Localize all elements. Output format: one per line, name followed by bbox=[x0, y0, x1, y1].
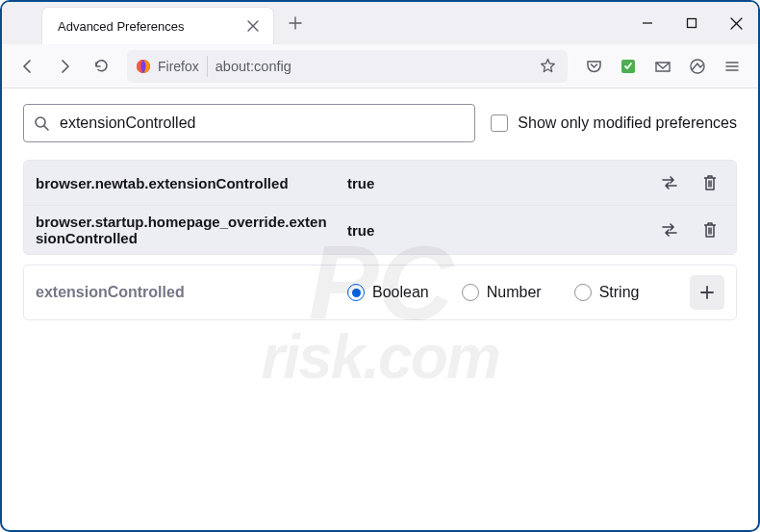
maximize-button[interactable] bbox=[670, 2, 714, 44]
nav-toolbar: Firefox about:config bbox=[2, 44, 758, 89]
toggle-icon[interactable] bbox=[655, 215, 684, 244]
radio-boolean[interactable]: Boolean bbox=[347, 284, 429, 301]
identity-box[interactable]: Firefox bbox=[135, 56, 208, 77]
radio-dot[interactable] bbox=[347, 284, 365, 301]
close-window-button[interactable] bbox=[714, 2, 758, 44]
firefox-logo-icon bbox=[135, 58, 152, 75]
search-row: Show only modified preferences bbox=[23, 104, 737, 142]
back-button[interactable] bbox=[12, 50, 44, 83]
radio-label: Number bbox=[487, 284, 542, 301]
radio-label: String bbox=[599, 284, 640, 301]
browser-tab[interactable]: Advanced Preferences bbox=[42, 8, 273, 44]
pref-value: true bbox=[347, 175, 642, 191]
browser-window: Advanced Preferences bbox=[0, 0, 760, 532]
add-pref-name: extensionControlled bbox=[36, 284, 334, 301]
add-pref-row: extensionControlled Boolean Number Strin… bbox=[23, 265, 737, 320]
radio-number[interactable]: Number bbox=[462, 284, 542, 301]
tab-title: Advanced Preferences bbox=[58, 19, 244, 34]
svg-rect-0 bbox=[688, 19, 697, 28]
prefs-table: browser.newtab.extensionControlled true … bbox=[23, 160, 737, 255]
mail-icon[interactable] bbox=[646, 50, 679, 83]
pref-row[interactable]: browser.startup.homepage_override.extens… bbox=[24, 205, 736, 254]
search-icon bbox=[34, 115, 50, 132]
checkbox-label: Show only modified preferences bbox=[518, 114, 737, 132]
app-menu-icon[interactable] bbox=[716, 50, 748, 83]
delete-icon[interactable] bbox=[696, 168, 724, 197]
radio-dot[interactable] bbox=[574, 284, 592, 301]
bookmark-star-icon[interactable] bbox=[535, 54, 560, 79]
pref-actions bbox=[655, 215, 724, 244]
radio-dot[interactable] bbox=[462, 284, 479, 301]
about-config-content: PC risk.com Show only modified preferenc… bbox=[2, 89, 758, 530]
show-modified-checkbox[interactable]: Show only modified preferences bbox=[491, 114, 737, 132]
reload-button[interactable] bbox=[85, 50, 117, 83]
close-tab-icon[interactable] bbox=[244, 17, 262, 35]
radio-string[interactable]: String bbox=[574, 284, 640, 301]
delete-icon[interactable] bbox=[696, 215, 724, 244]
toolbar-right-icons bbox=[577, 50, 748, 83]
titlebar: Advanced Preferences bbox=[2, 2, 758, 44]
watermark-bottom: risk.com bbox=[261, 329, 498, 385]
account-icon[interactable] bbox=[681, 50, 714, 83]
forward-button[interactable] bbox=[48, 50, 81, 83]
toggle-icon[interactable] bbox=[655, 168, 684, 197]
search-box[interactable] bbox=[23, 104, 475, 142]
radio-label: Boolean bbox=[372, 284, 429, 301]
add-button[interactable] bbox=[690, 275, 724, 310]
new-tab-button[interactable] bbox=[281, 9, 310, 38]
pref-value: true bbox=[347, 222, 642, 239]
pref-name: browser.startup.homepage_override.extens… bbox=[36, 214, 334, 246]
checkbox-box[interactable] bbox=[491, 114, 508, 132]
window-controls bbox=[625, 2, 758, 44]
pocket-icon[interactable] bbox=[577, 50, 610, 83]
pref-row[interactable]: browser.newtab.extensionControlled true bbox=[24, 161, 736, 205]
pref-name: browser.newtab.extensionControlled bbox=[36, 175, 334, 191]
extension-icon[interactable] bbox=[612, 50, 645, 83]
search-input[interactable] bbox=[60, 114, 465, 132]
url-text: about:config bbox=[215, 59, 527, 74]
identity-label: Firefox bbox=[158, 59, 199, 74]
minimize-button[interactable] bbox=[625, 2, 670, 44]
type-radios: Boolean Number String bbox=[347, 284, 676, 301]
url-bar[interactable]: Firefox about:config bbox=[127, 50, 568, 83]
pref-actions bbox=[655, 168, 724, 197]
